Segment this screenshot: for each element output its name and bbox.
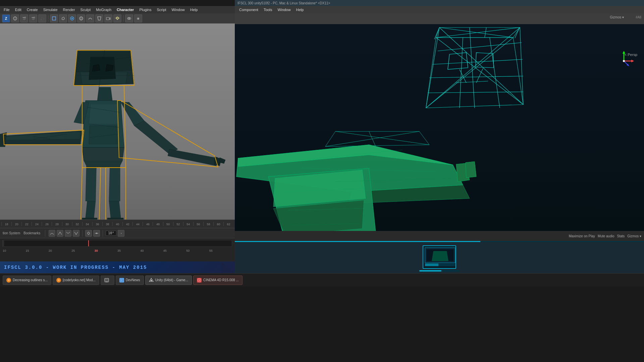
unity-thumbnails-strip [235,241,644,273]
curve-btn-3[interactable] [65,230,71,237]
tion-system-label: tion System [3,231,20,235]
unity-menu-window[interactable]: Window [275,7,293,12]
unity-3d-viewport[interactable]: < Persp [235,24,644,231]
svg-point-126 [58,279,60,281]
menu-sculpt[interactable]: Sculpt [78,7,93,12]
unity-scene-svg: < Persp [235,24,644,231]
timeline-numbers: 10 15 20 25 30 35 40 45 50 55 [0,248,235,253]
taskbar-devnews[interactable]: DevNews [116,276,144,285]
menu-help[interactable]: Help [188,7,200,12]
unity-toolbar: ⊕ Center ⬡ Local ▶ ⏸ ⏭ Gizmos ▾ #All [235,13,644,24]
svg-point-6 [79,17,83,20]
ruler-num: 56 [193,222,203,226]
anim-controls-bar: tion System Bookmarks 10° ▪ [0,228,235,238]
watermark-bar: IFSCL 3.0.0 - WORK IN PROGRESS - MAY 201… [0,261,235,273]
svg-marker-3 [62,17,63,18]
ruler-num: 36 [92,222,102,226]
menu-file[interactable]: File [1,7,12,12]
tl-num: 50 [186,249,209,252]
key-btn-2[interactable] [93,230,100,237]
svg-point-116 [623,60,625,62]
cinema-menu-bar: File Edit Create Simulate Render Sculpt … [0,6,235,13]
curve-btn-4[interactable] [73,230,79,237]
menu-simulate[interactable]: Simulate [41,7,60,12]
autokey-btn[interactable]: ▪ [118,230,124,237]
tl-num: 25 [71,249,94,252]
svg-marker-122 [432,251,448,261]
unity-menu-help[interactable]: Help [294,7,306,12]
bottom-progress-fill [419,270,441,272]
taskbar-unity[interactable]: Unity (64bit) - Game... [145,276,192,285]
menu-window[interactable]: Window [169,7,187,12]
menu-render[interactable]: Render [61,7,77,12]
unity-title-bar: IFSCL 300 unity510f2 - PC, Mac & Linux S… [235,0,644,6]
unity-menu-component[interactable]: Component [237,7,261,12]
toolbar-eye-btn[interactable] [125,14,133,22]
maximize-on-play[interactable]: Maximize on Play [569,234,595,238]
cinema-toolbar: Z 🎬 🎬 🎥 ◉ [0,13,235,23]
menu-create[interactable]: Create [24,7,40,12]
svg-rect-2 [52,17,56,20]
curve-btn-2[interactable] [57,230,63,237]
toolbar-rotate-btn[interactable] [59,14,67,22]
thumb-progress [235,241,480,242]
ruler-num: 62 [223,222,233,226]
svg-point-124 [8,279,10,281]
tl-num: 15 [25,249,48,252]
frame-display[interactable]: 10° [106,231,116,236]
taskbar-firefox-1[interactable]: Decreasing outlines s... [3,276,51,285]
menu-character[interactable]: Character [114,7,136,12]
menu-script[interactable]: Script [154,7,168,12]
svg-text:< Persp: < Persp [625,53,637,57]
unity-menu-tools[interactable]: Tools [261,7,275,12]
toolbar-btn-1[interactable] [11,14,19,22]
unity-menu-bar: Component Tools Window Help [235,6,644,13]
unity-thumbnail[interactable] [423,245,456,269]
toolbar-btn-4[interactable]: 🎥 [38,14,46,22]
toolbar-undo-btn[interactable]: Z [2,14,10,22]
toolbar-mesh-btn[interactable] [68,14,76,22]
ruler-num: 54 [183,222,193,226]
svg-point-10 [116,17,118,19]
taskbar: Decreasing outlines s... [codelyoko.net]… [0,273,644,287]
stats-btn[interactable]: Stats [617,234,625,238]
system-icon [104,278,109,283]
toolbar-btn-3[interactable]: 🎬 [29,14,37,22]
toolbar-btn-2[interactable]: 🎬 [20,14,28,22]
toolbar-deform-btn[interactable] [95,14,103,22]
ruler-num: 42 [122,222,132,226]
firefox-icon-1 [6,278,11,283]
taskbar-cinema4d[interactable]: CINEMA 4D R15.008 ... [193,276,243,285]
unity-panel: IFSCL 300 unity510f2 - PC, Mac & Linux S… [235,0,644,273]
gizmos-bottom[interactable]: Gizmos ▾ [627,234,641,238]
tl-num: 45 [163,249,186,252]
mute-audio[interactable]: Mute audio [598,234,614,238]
toolbar-cube-btn[interactable] [50,14,58,22]
toolbar-extra-btn[interactable]: ◉ [134,14,142,22]
toolbar-sphere-btn[interactable] [77,14,85,22]
playhead[interactable] [88,240,89,246]
ruler-numbers: 18 20 22 24 26 28 30 32 34 36 38 40 42 4… [1,222,233,226]
svg-point-5 [71,18,73,19]
ruler-num: 58 [203,222,213,226]
svg-rect-8 [106,17,109,20]
gizmos-btn[interactable]: Gizmos ▾ [610,15,624,19]
curve-btn-1[interactable] [49,230,55,237]
unity-bottom-bar: Maximize on Play Mute audio Stats Gizmos… [235,231,644,241]
toolbar-camera-btn[interactable] [104,14,112,22]
taskbar-system[interactable] [101,276,114,285]
menu-plugins[interactable]: Plugins [137,7,154,12]
svg-point-15 [128,18,130,19]
key-btn-1[interactable] [85,230,92,237]
toolbar-nurbs-btn[interactable] [86,14,94,22]
menu-edit[interactable]: Edit [13,7,24,12]
menu-mograph[interactable]: MoGraph [94,7,114,12]
taskbar-firefox-2[interactable]: [codelyoko.net] Mod... [53,276,99,285]
ruler-num: 24 [32,222,42,226]
timeline-track[interactable] [4,240,232,247]
taskbar-firefox-1-label: Decreasing outlines s... [13,278,48,282]
toolbar-light-btn[interactable] [113,14,121,22]
svg-marker-9 [109,18,110,19]
timeline-ruler: 18 20 22 24 26 28 30 32 34 36 38 40 42 4… [0,220,235,228]
cinema4d-viewport[interactable] [0,23,235,220]
